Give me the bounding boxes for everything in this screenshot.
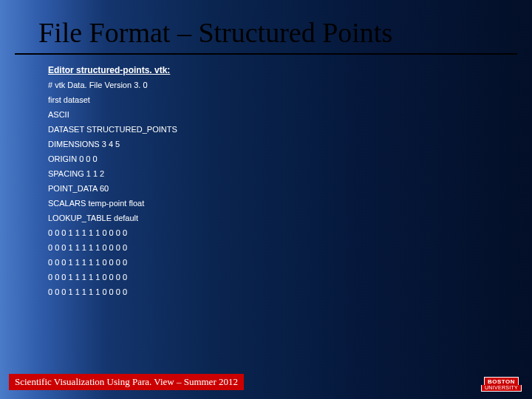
editor-label: Editor structured-points. vtk:	[48, 65, 532, 75]
editor-line: DATASET STRUCTURED_POINTS	[48, 126, 532, 134]
editor-line: LOOKUP_TABLE default	[48, 214, 532, 222]
footer-bar: Scientific Visualization Using Para. Vie…	[9, 374, 244, 390]
logo-top-text: BOSTON	[484, 377, 519, 385]
content-area: Editor structured-points. vtk: # vtk Dat…	[0, 55, 532, 296]
editor-line: # vtk Data. File Version 3. 0	[48, 81, 532, 89]
editor-line: 0 0 0 1 1 1 1 1 0 0 0 0	[48, 229, 532, 237]
logo-bottom-text: UNIVERSITY	[481, 385, 522, 392]
slide-title: File Format – Structured Points	[0, 0, 532, 53]
editor-line: 0 0 0 1 1 1 1 1 0 0 0 0	[48, 273, 532, 282]
editor-line: 0 0 0 1 1 1 1 1 0 0 0 0	[48, 244, 532, 252]
editor-line: SPACING 1 1 2	[48, 170, 532, 178]
editor-line: SCALARS temp-point float	[48, 200, 532, 208]
editor-line: first dataset	[48, 96, 532, 104]
editor-line: ORIGIN 0 0 0	[48, 155, 532, 163]
editor-line: POINT_DATA 60	[48, 185, 532, 193]
boston-university-logo: BOSTON UNIVERSITY	[481, 377, 522, 392]
editor-line: ASCII	[48, 111, 532, 119]
editor-line: DIMENSIONS 3 4 5	[48, 140, 532, 149]
editor-line: 0 0 0 1 1 1 1 1 0 0 0 0	[48, 288, 532, 296]
editor-line: 0 0 0 1 1 1 1 1 0 0 0 0	[48, 259, 532, 267]
